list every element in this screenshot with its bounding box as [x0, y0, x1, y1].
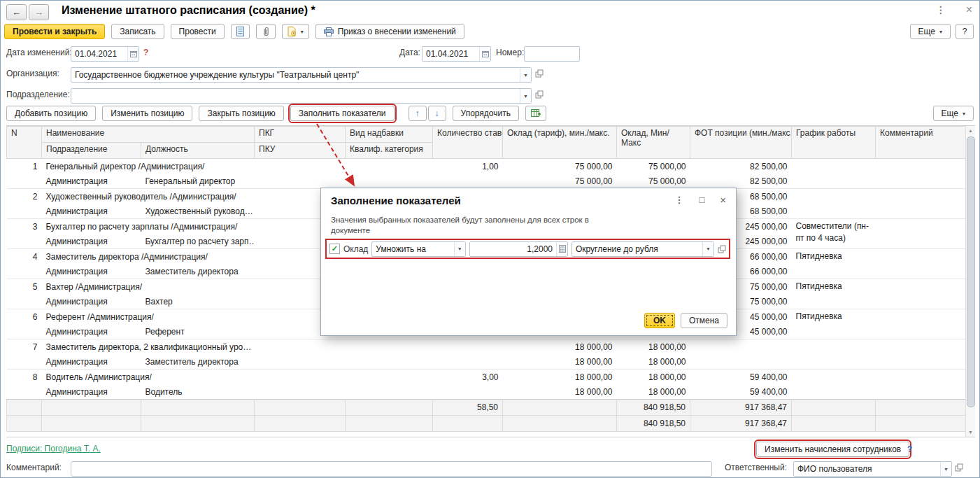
nav-buttons: ← → [6, 4, 49, 20]
change-date-hint[interactable]: ? [143, 48, 148, 57]
col-header-department[interactable]: Подразделение [42, 143, 141, 159]
dropdown-icon[interactable]: ▼ [454, 242, 465, 256]
total-fot: 917 368,47 [690, 400, 792, 416]
dialog-close-icon[interactable]: × [720, 194, 726, 206]
date-input[interactable]: 01.04.2021 [422, 46, 491, 62]
responsible-label: Ответственный: [725, 463, 787, 472]
paperclip-icon [262, 27, 270, 36]
comment-input[interactable] [71, 461, 712, 477]
total-fot: 917 368,47 [690, 416, 792, 432]
col-header-pku[interactable]: ПКУ [255, 143, 346, 159]
forward-button[interactable]: → [29, 4, 49, 20]
signatures-link[interactable]: Подписи: Погодина Т. А. [6, 444, 101, 454]
table-more-button[interactable]: Еще▾ [933, 106, 974, 121]
col-header-num[interactable]: N [7, 127, 42, 159]
scroll-down-icon[interactable]: ▼ [966, 428, 975, 437]
comment-label: Комментарий: [6, 463, 62, 472]
cancel-button[interactable]: Отмена [681, 313, 727, 328]
dialog-buttons: OK Отмена [644, 313, 727, 328]
rounding-select[interactable]: Округление до рубля ▼ [571, 241, 714, 257]
file-versions-button[interactable]: ▾ [282, 24, 309, 39]
window-close-icon[interactable]: × [966, 3, 972, 16]
dropdown-icon[interactable]: ▼ [940, 462, 951, 476]
operation-select[interactable]: Умножить на ▼ [371, 241, 465, 257]
toolbar-more: Еще▾ [910, 24, 951, 39]
col-header-fot[interactable]: ФОТ позиции (мин./макс.) [690, 127, 792, 159]
edit-position-button[interactable]: Изменить позицию [102, 106, 192, 121]
attachments-button[interactable] [256, 24, 276, 39]
check-icon: ✓ [332, 245, 338, 253]
write-button[interactable]: Записать [111, 24, 164, 39]
date-label: Дата: [399, 48, 420, 57]
totals-row: 840 918,50 917 368,47 [7, 416, 967, 432]
dropdown-icon[interactable]: ▼ [702, 242, 713, 256]
open-link-icon[interactable] [955, 463, 963, 472]
total-salary-minmax: 840 918,50 [617, 416, 690, 432]
scrollbar-thumb[interactable] [967, 136, 975, 407]
ok-button[interactable]: OK [644, 313, 675, 328]
arrow-up-icon: ↑ [416, 108, 420, 118]
multiplier-input[interactable]: 1,2000 [469, 241, 568, 257]
dialog-menu-icon[interactable]: ⋮ [674, 195, 683, 205]
post-button[interactable]: Провести [171, 24, 225, 39]
back-button[interactable]: ← [6, 4, 27, 20]
calendar-icon[interactable] [127, 47, 139, 61]
close-position-button[interactable]: Закрыть позицию [199, 106, 283, 121]
help-button[interactable]: ? [956, 24, 974, 39]
col-header-schedule[interactable]: График работы [792, 127, 876, 159]
indicator-param-row: ✓ Оклад Умножить на ▼ 1,2000 Округление … [325, 239, 730, 259]
move-down-button[interactable]: ↓ [428, 106, 446, 121]
col-header-rate[interactable]: Количество ставок [433, 127, 503, 159]
responsible-input[interactable]: ФИО пользователя ▼ [793, 461, 952, 477]
chevron-down-icon: ▾ [963, 111, 965, 117]
col-header-pkg[interactable]: ПКГ [255, 127, 346, 143]
table-add-button[interactable] [525, 106, 546, 121]
open-link-icon[interactable] [535, 90, 544, 99]
col-header-qual[interactable]: Квалиф. категория [346, 143, 433, 159]
dropdown-icon[interactable]: ▼ [520, 89, 531, 103]
arrow-down-icon: ↓ [435, 108, 439, 118]
window-menu-icon[interactable]: ⋮ [936, 4, 946, 15]
chevron-down-icon: ▾ [939, 29, 942, 35]
salary-checkbox[interactable]: ✓ [329, 244, 340, 254]
change-accruals-button[interactable]: Изменить начисления сотрудников [756, 442, 909, 457]
calendar-icon[interactable] [479, 47, 490, 61]
change-date-row: Дата изменений: 01.04.2021 ? Дата: 01.04… [1, 45, 979, 62]
dialog-description: Значения выбранных показателей будут зап… [331, 215, 604, 236]
document-card-button[interactable] [231, 24, 250, 39]
dialog-maximize-icon[interactable]: □ [699, 195, 704, 205]
page-title: Изменение штатного расписания (создание)… [62, 4, 315, 17]
printer-icon [324, 27, 334, 36]
post-and-close-button[interactable]: Провести и закрыть [4, 24, 105, 39]
back-arrow-icon: ← [12, 7, 21, 17]
table-row[interactable]: 1 Генеральный директор /Администрация/ 1… [7, 159, 967, 174]
dialog-controls: ⋮ □ × [674, 194, 726, 206]
department-input[interactable]: ▼ [71, 88, 532, 104]
add-position-button[interactable]: Добавить позицию [6, 106, 96, 121]
col-header-comment[interactable]: Комментарий [876, 127, 967, 159]
table-row[interactable]: 8 Водитель /Администрация/ 3,00 18 000,0… [7, 370, 967, 385]
totals-row: 58,50 840 918,50 917 368,47 [7, 400, 967, 416]
move-up-button[interactable]: ↑ [409, 106, 427, 121]
order-button[interactable]: Упорядочить [453, 106, 519, 121]
organization-input[interactable]: Государственное бюджетное учреждение кул… [71, 67, 532, 83]
department-row: Подразделение: ▼ [1, 87, 979, 104]
col-header-name[interactable]: Наименование [42, 127, 255, 143]
change-date-input[interactable]: 01.04.2021 [71, 46, 139, 62]
scroll-up-icon[interactable]: ▲ [966, 126, 975, 135]
col-header-position[interactable]: Должность [141, 143, 255, 159]
vertical-scrollbar[interactable]: ▲ ▼ [965, 126, 975, 437]
col-header-salary[interactable]: Оклад (тариф), мин./макс. [503, 127, 617, 159]
open-link-icon[interactable] [718, 245, 726, 253]
more-button[interactable]: Еще▾ [910, 24, 951, 39]
number-input[interactable] [524, 46, 580, 62]
calculator-icon[interactable] [556, 242, 567, 256]
table-row[interactable]: 7 Заместитель директора, 2 квалификацион… [7, 339, 967, 355]
col-header-allowance[interactable]: Вид надбавки [346, 127, 433, 143]
fill-indicators-button[interactable]: Заполнить показатели [290, 106, 395, 121]
col-header-salary-minmax[interactable]: Оклад, Мин/Макс [617, 127, 690, 159]
accruals-help[interactable]: ? [907, 444, 912, 454]
dropdown-icon[interactable]: ▼ [520, 68, 531, 82]
print-order-button[interactable]: Приказ о внесении изменений [315, 24, 464, 39]
open-link-icon[interactable] [535, 69, 544, 78]
